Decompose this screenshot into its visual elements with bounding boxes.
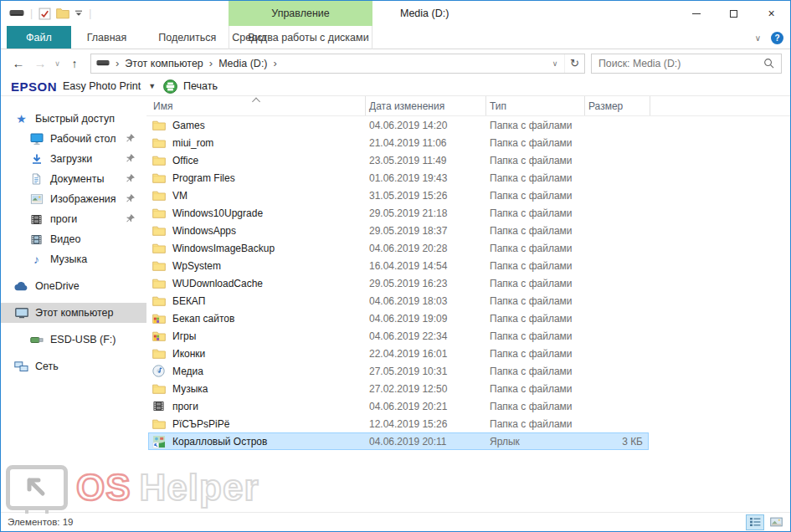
file-date: 04.06.2019 20:11: [366, 436, 486, 448]
file-row[interactable]: WindowsApps29.05.2019 18:37Папка с файла…: [148, 222, 649, 239]
file-row[interactable]: VM31.05.2019 15:26Папка с файлами: [148, 187, 649, 204]
navbar: ← → ∨ ↑ ›Этот компьютер›Media (D:)› ∨ ↻: [1, 49, 790, 77]
sidebar-item[interactable]: ★Быстрый доступ: [1, 109, 146, 129]
file-row[interactable]: Коралловый Остров04.06.2019 20:11Ярлык3 …: [148, 432, 649, 450]
folder-icon: [152, 155, 166, 166]
file-row[interactable]: Office23.05.2019 11:49Папка с файлами: [148, 151, 649, 169]
column-header[interactable]: Тип: [486, 96, 585, 115]
sidebar-item[interactable]: Видео: [1, 229, 146, 249]
view-thumbnails-button[interactable]: [767, 514, 785, 530]
file-row[interactable]: Игры04.06.2019 22:34Папка с файлами: [148, 327, 649, 345]
file-row[interactable]: Games04.06.2019 14:20Папка с файлами: [148, 116, 649, 134]
print-icon: [163, 79, 177, 94]
help-icon[interactable]: ?: [771, 32, 783, 44]
file-name: Медиа: [172, 366, 203, 377]
column-header[interactable]: Дата изменения: [366, 96, 486, 115]
up-button[interactable]: ↑: [64, 54, 85, 74]
refresh-icon[interactable]: ↻: [564, 54, 584, 73]
drive-icon[interactable]: [9, 9, 24, 18]
sort-caret-icon: [252, 98, 260, 106]
sidebar-item[interactable]: Рабочий стол: [1, 129, 146, 149]
sidebar-item[interactable]: Загрузки: [1, 149, 146, 169]
explorer-window: | | Управление Media (D:) × Файл Главная…: [0, 0, 791, 532]
filmstrip-icon: [29, 214, 44, 225]
sidebar-item-label: OneDrive: [35, 280, 80, 292]
file-row[interactable]: WindowsImageBackup04.06.2019 20:28Папка …: [148, 239, 649, 257]
file-row[interactable]: Иконки22.04.2019 16:01Папка с файлами: [148, 345, 649, 362]
file-row[interactable]: Бекап сайтов04.06.2019 19:09Папка с файл…: [148, 309, 649, 327]
sidebar-item[interactable]: проги: [1, 209, 146, 229]
quick-access-toolbar: | |: [1, 1, 92, 26]
sidebar-item[interactable]: OneDrive: [1, 276, 146, 296]
file-row[interactable]: Windows10Upgrade29.05.2019 21:18Папка с …: [148, 204, 649, 222]
epson-toolbar: EPSON Easy Photo Print ▼ Печать: [1, 77, 790, 96]
sidebar-item[interactable]: Сеть: [1, 356, 146, 376]
column-header[interactable]: Размер: [585, 96, 650, 115]
file-type: Папка с файлами: [486, 295, 585, 307]
file-type: Папка с файлами: [486, 401, 585, 412]
file-name: Музыка: [172, 383, 208, 395]
breadcrumb-separator: ›: [274, 57, 277, 69]
back-button[interactable]: ←: [8, 54, 29, 74]
folder-icon: [152, 383, 166, 394]
ribbon-tab[interactable]: Поделиться: [142, 26, 232, 49]
folder-games-icon: [152, 330, 166, 341]
column-header[interactable]: Имя: [146, 96, 366, 115]
print-button[interactable]: Печать: [183, 80, 218, 92]
file-row[interactable]: Program Files01.06.2019 19:43Папка с фай…: [148, 169, 649, 187]
file-type: Папка с файлами: [486, 383, 585, 395]
file-row[interactable]: Музыка27.02.2019 12:50Папка с файлами: [148, 380, 649, 397]
titlebar: | | Управление Media (D:) ×: [1, 1, 790, 26]
file-name: miui_rom: [172, 137, 213, 149]
file-row[interactable]: PїСЪРѕРіРё12.04.2019 15:26Папка с файлам…: [148, 415, 649, 432]
sidebar-item[interactable]: ♪Музыка: [1, 249, 146, 269]
search-input[interactable]: [592, 58, 763, 69]
folder-icon: [152, 243, 166, 253]
sidebar-item[interactable]: Изображения: [1, 189, 146, 209]
file-row[interactable]: miui_rom21.04.2019 11:06Папка с файлами: [148, 134, 649, 151]
sidebar-item-label: проги: [50, 213, 77, 225]
file-name: Игры: [172, 330, 196, 342]
sidebar: ★Быстрый доступРабочий столЗагрузкиДокум…: [1, 96, 146, 512]
breadcrumb-item[interactable]: Этот компьютер: [125, 58, 203, 69]
file-row[interactable]: Медиа27.05.2019 10:31Папка с файлами: [148, 362, 649, 380]
sidebar-item[interactable]: ESD-USB (F:): [1, 330, 146, 350]
file-row[interactable]: WpSystem16.04.2019 14:54Папка с файлами: [148, 257, 649, 274]
breadcrumb-item[interactable]: Media (D:): [218, 58, 267, 69]
forward-button[interactable]: →: [29, 54, 51, 74]
sidebar-item[interactable]: Этот компьютер: [1, 303, 146, 323]
file-row[interactable]: БЕКАП04.06.2019 18:03Папка с файлами: [148, 292, 649, 309]
epson-dropdown-icon[interactable]: ▼: [146, 82, 157, 90]
file-type: Папка с файлами: [486, 278, 585, 289]
column-header-label: Дата изменения: [369, 100, 444, 112]
address-dropdown-icon[interactable]: ∨: [546, 54, 564, 73]
file-name: Иконки: [172, 348, 205, 360]
context-tab-group[interactable]: Управление: [229, 1, 372, 26]
ribbon-collapse-icon[interactable]: ∨: [755, 33, 761, 43]
folder-icon: [152, 190, 166, 201]
column-header-label: Размер: [588, 100, 623, 112]
file-row[interactable]: проги04.06.2019 20:21Папка с файлами: [148, 397, 649, 415]
qat-separator: |: [88, 8, 92, 19]
column-headers: ИмяДата измененияТипРазмер: [146, 96, 790, 116]
ribbon-tab[interactable]: Главная: [71, 26, 143, 49]
search-icon[interactable]: [763, 58, 781, 69]
minimize-button[interactable]: [677, 1, 715, 26]
recent-locations-icon[interactable]: ∨: [51, 54, 64, 74]
cloud-icon: [14, 282, 28, 291]
maximize-button[interactable]: [715, 1, 752, 26]
breadcrumb-separator: ›: [209, 57, 213, 69]
close-button[interactable]: ×: [752, 1, 790, 26]
file-tab[interactable]: Файл: [7, 26, 71, 49]
disk-tools-tab[interactable]: Средства работы с дисками: [229, 26, 372, 49]
new-folder-icon[interactable]: [56, 8, 69, 19]
qat-customize-icon[interactable]: [74, 9, 83, 18]
address-bar[interactable]: ›Этот компьютер›Media (D:)› ∨ ↻: [90, 54, 585, 74]
view-details-button[interactable]: [746, 514, 764, 530]
epson-product-label[interactable]: Easy Photo Print: [63, 80, 141, 92]
folder-games-icon: [152, 313, 166, 324]
file-type: Папка с файлами: [486, 137, 585, 149]
file-row[interactable]: WUDownloadCache29.05.2019 16:23Папка с ф…: [148, 274, 649, 292]
properties-check-icon[interactable]: [39, 8, 51, 20]
sidebar-item[interactable]: Документы: [1, 169, 146, 189]
